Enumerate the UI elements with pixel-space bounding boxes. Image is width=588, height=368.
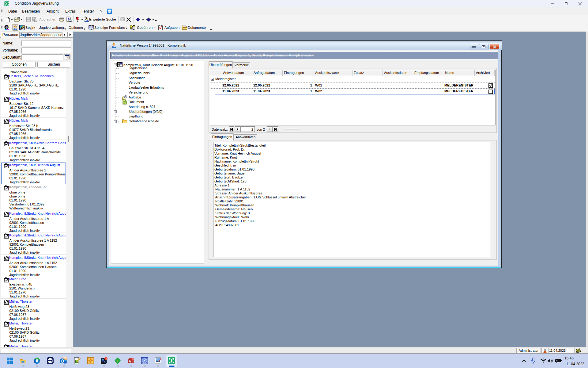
svg-text:F: F <box>117 359 119 362</box>
svg-text:A: A <box>129 359 131 363</box>
svg-text:3: 3 <box>105 357 107 360</box>
